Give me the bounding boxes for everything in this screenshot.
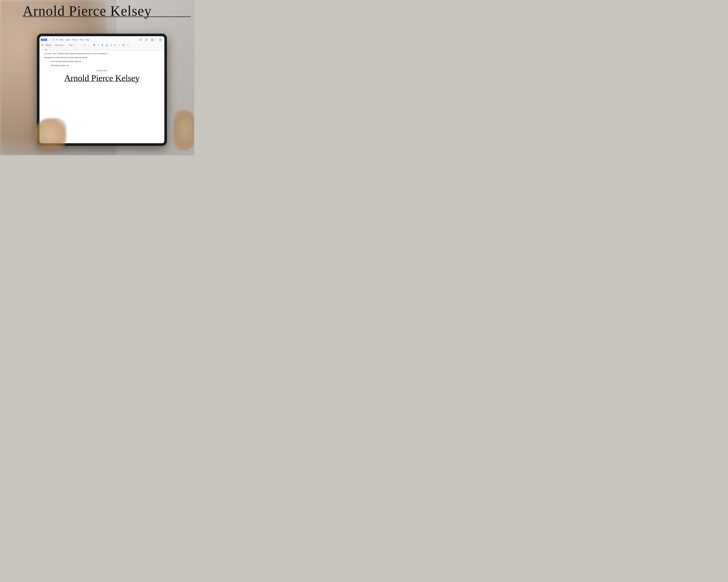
svg-rect-9 — [128, 45, 128, 45]
image-button[interactable] — [122, 43, 126, 47]
svg-point-7 — [123, 45, 124, 45]
font-size-controls: − + — [79, 44, 90, 47]
hand-right — [173, 110, 194, 150]
zoom-selector[interactable]: 100% ▾ — [45, 44, 52, 47]
doc-signature: Arnold Pierce Kelsey — [64, 74, 139, 82]
menu-help[interactable]: Help — [85, 38, 90, 41]
doc-closing: Sincerely yours, — [44, 70, 159, 72]
add-button[interactable] — [118, 43, 121, 47]
font-chevron: ▾ — [75, 45, 76, 46]
svg-text:7: 7 — [108, 49, 108, 50]
svg-text:5: 5 — [86, 49, 87, 50]
camera-chevron: ▾ — [156, 39, 157, 40]
hand-left — [34, 118, 66, 150]
svg-text:4: 4 — [75, 49, 76, 50]
font-size-increase[interactable]: + — [87, 44, 90, 47]
star-icon[interactable]: ☆ — [49, 38, 51, 41]
svg-rect-10 — [128, 46, 128, 46]
menu-insert[interactable]: Insert — [64, 38, 71, 41]
history-button[interactable] — [138, 37, 143, 42]
font-color-button[interactable]: A — [105, 43, 109, 47]
doc-text-line2: appointment to review them at least 10 d… — [44, 56, 159, 59]
italic-button[interactable]: I — [97, 43, 100, 47]
svg-rect-3 — [42, 45, 43, 46]
doc-signature-area: Arnold Pierce Kelsey — [44, 74, 159, 82]
doc-paragraph-1: If you have any questions, please contac… — [44, 60, 159, 63]
format-bar: 100% ▾ Normal text ▾ Times ... ▾ — [40, 43, 164, 48]
font-selector[interactable]: Times ... ▾ — [68, 44, 77, 47]
camera-button[interactable] — [150, 37, 155, 42]
docs-toolbar: .DOCX ☆ View Insert Format — [40, 36, 164, 51]
link-button[interactable] — [113, 43, 117, 47]
doc-text-line1: n or before <date>. Therefore, please ga… — [44, 52, 159, 55]
menu-view[interactable]: View — [59, 38, 65, 41]
svg-point-1 — [152, 39, 153, 40]
docx-badge[interactable]: .DOCX — [41, 39, 47, 41]
highlight-button[interactable] — [109, 43, 113, 47]
svg-text:1: 1 — [43, 49, 44, 50]
zoom-chevron: ▾ — [50, 44, 51, 46]
more-options-button[interactable] — [126, 43, 130, 47]
style-selector[interactable]: Normal text ▾ — [54, 44, 66, 47]
svg-rect-2 — [160, 39, 161, 40]
bold-button[interactable]: B — [92, 43, 96, 47]
toolbar-right-icons: ▾ — [138, 37, 163, 43]
doc-page: n or before <date>. Therefore, please ga… — [40, 51, 164, 85]
ruler-svg: 1 2 3 4 5 6 7 — [40, 48, 164, 50]
svg-text:3: 3 — [64, 49, 65, 50]
separator-2 — [66, 44, 67, 47]
menu-format[interactable]: Format — [71, 38, 79, 41]
cloud-icon — [56, 38, 58, 41]
svg-marker-19 — [45, 49, 46, 50]
font-size-input[interactable] — [82, 44, 86, 47]
print-icon[interactable] — [41, 43, 44, 47]
menu-bar: .DOCX ☆ View Insert Format — [40, 36, 164, 43]
doc-paragraph-2: With kindest regards, I am — [44, 64, 159, 67]
svg-text:6: 6 — [97, 49, 98, 50]
top-signature-area: Arnold Pierce Kelsey — [23, 3, 191, 17]
ruler: 1 2 3 4 5 6 7 — [40, 48, 164, 50]
lock-button[interactable] — [158, 37, 163, 43]
tablet-wrapper: .DOCX ☆ View Insert Format — [37, 34, 192, 150]
folder-icon — [52, 38, 55, 41]
svg-text:2: 2 — [54, 49, 54, 50]
menu-tools[interactable]: Tools — [79, 38, 85, 41]
comment-button[interactable] — [144, 37, 149, 42]
svg-rect-8 — [128, 44, 128, 45]
style-chevron: ▾ — [64, 45, 64, 46]
font-size-decrease[interactable]: − — [79, 44, 82, 47]
underline-button[interactable]: U — [101, 43, 105, 47]
signature-text-top: Arnold Pierce Kelsey — [23, 3, 152, 19]
